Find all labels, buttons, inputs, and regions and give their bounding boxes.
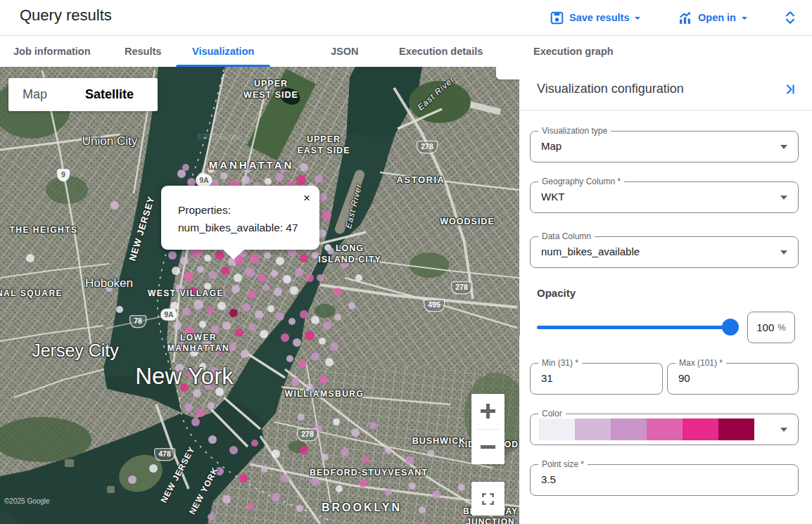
map-point[interactable] — [172, 267, 180, 275]
tab-execution-graph[interactable]: Execution graph — [533, 36, 614, 67]
map-point[interactable] — [312, 252, 319, 259]
max-input[interactable]: Max (101) * 90 — [667, 363, 799, 395]
map-point[interactable] — [208, 435, 217, 444]
map-point[interactable] — [243, 164, 252, 172]
map-point[interactable] — [220, 172, 227, 179]
map-point[interactable] — [228, 343, 236, 351]
open-in-button[interactable]: Open in — [678, 0, 747, 35]
map-point[interactable] — [258, 274, 266, 282]
map-point[interactable] — [272, 449, 280, 458]
map-point[interactable] — [311, 352, 319, 361]
map-point[interactable] — [182, 164, 189, 171]
map-point[interactable] — [217, 302, 226, 310]
map-point[interactable] — [208, 166, 215, 173]
map-point[interactable] — [205, 383, 212, 390]
data-column-select[interactable]: Data Column num_bikes_available — [530, 236, 799, 268]
map-point[interactable] — [362, 456, 369, 463]
map-point[interactable] — [239, 474, 248, 483]
expand-results-button[interactable] — [782, 10, 798, 25]
map-point[interactable] — [261, 466, 268, 473]
map-point[interactable] — [248, 290, 256, 299]
map-point[interactable] — [206, 307, 213, 314]
map-point[interactable] — [461, 510, 468, 517]
map-point[interactable] — [110, 201, 119, 210]
map-point[interactable] — [180, 383, 189, 392]
map-point[interactable] — [314, 425, 322, 433]
map-point[interactable] — [458, 484, 465, 491]
map-point[interactable] — [333, 418, 340, 426]
map-point[interactable] — [330, 343, 338, 351]
geo-visualization-map[interactable]: UPPER WEST SIDEMANHATTANUPPER EAST SIDEA… — [0, 67, 519, 524]
map-point[interactable] — [305, 274, 314, 282]
map-point[interactable] — [262, 284, 269, 291]
map-point[interactable] — [322, 454, 329, 461]
map-point[interactable] — [250, 254, 260, 264]
map-point[interactable] — [260, 330, 268, 338]
map-point[interactable] — [385, 447, 392, 454]
map-point[interactable] — [217, 289, 226, 298]
map-type-map-button[interactable]: Map — [8, 78, 61, 111]
map-point[interactable] — [208, 271, 217, 279]
map-point[interactable] — [325, 358, 334, 366]
map-point[interactable] — [251, 440, 258, 447]
map-point[interactable] — [283, 275, 291, 283]
map-point[interactable] — [198, 172, 208, 182]
map-point[interactable] — [170, 302, 179, 310]
fullscreen-button[interactable] — [471, 482, 505, 516]
map-point[interactable] — [229, 446, 238, 454]
map-point[interactable] — [276, 257, 284, 265]
map-point[interactable] — [323, 321, 331, 330]
map-point[interactable] — [419, 506, 426, 513]
map-point[interactable] — [276, 312, 284, 321]
map-point[interactable] — [180, 257, 189, 265]
tab-job-information[interactable]: Job information — [13, 36, 91, 67]
zoom-in-button[interactable] — [471, 394, 505, 429]
map-point[interactable] — [191, 418, 200, 426]
map-point[interactable] — [341, 448, 349, 456]
map-point[interactable] — [168, 251, 177, 260]
opacity-value-field[interactable]: 100 % — [747, 312, 795, 343]
map-point[interactable] — [334, 314, 341, 321]
map-point[interactable] — [267, 305, 274, 312]
opacity-slider-thumb[interactable] — [722, 319, 739, 336]
map-point[interactable] — [248, 324, 255, 331]
map-type-satellite-button[interactable]: Satellite — [61, 78, 158, 111]
map-point[interactable] — [173, 321, 182, 330]
map-point[interactable] — [293, 338, 301, 347]
map-point[interactable] — [231, 285, 240, 293]
map-point[interactable] — [204, 255, 211, 262]
map-point[interactable] — [184, 403, 193, 411]
map-point[interactable] — [409, 483, 416, 490]
map-point[interactable] — [255, 310, 263, 319]
point-size-input[interactable]: Point size * 3.5 — [530, 464, 799, 496]
map-point[interactable] — [300, 446, 308, 454]
map-point[interactable] — [215, 467, 224, 475]
map-point[interactable] — [222, 495, 231, 504]
map-point[interactable] — [348, 302, 355, 309]
min-input[interactable]: Min (31) * 31 — [530, 363, 663, 395]
map-point[interactable] — [300, 310, 308, 319]
map-point[interactable] — [359, 479, 367, 487]
map-point[interactable] — [177, 170, 186, 178]
map-point[interactable] — [221, 267, 229, 275]
map-point[interactable] — [184, 271, 194, 281]
map-point[interactable] — [199, 363, 206, 370]
map-point[interactable] — [265, 178, 272, 185]
map-point[interactable] — [222, 321, 231, 330]
map-point[interactable] — [210, 367, 220, 377]
tab-json[interactable]: JSON — [331, 36, 359, 67]
map-point[interactable] — [208, 513, 215, 520]
map-point[interactable] — [106, 285, 113, 292]
map-point[interactable] — [190, 348, 198, 357]
map-point[interactable] — [317, 274, 324, 281]
map-point[interactable] — [245, 267, 255, 277]
map-point[interactable] — [241, 350, 249, 358]
map-point[interactable] — [182, 307, 191, 316]
map-point[interactable] — [274, 288, 282, 296]
panel-collapse-button[interactable] — [783, 82, 797, 96]
map-point[interactable] — [351, 428, 360, 437]
map-point[interactable] — [242, 303, 250, 312]
map-point[interactable] — [281, 333, 289, 342]
map-point[interactable] — [193, 389, 201, 397]
map-point[interactable] — [319, 193, 327, 201]
